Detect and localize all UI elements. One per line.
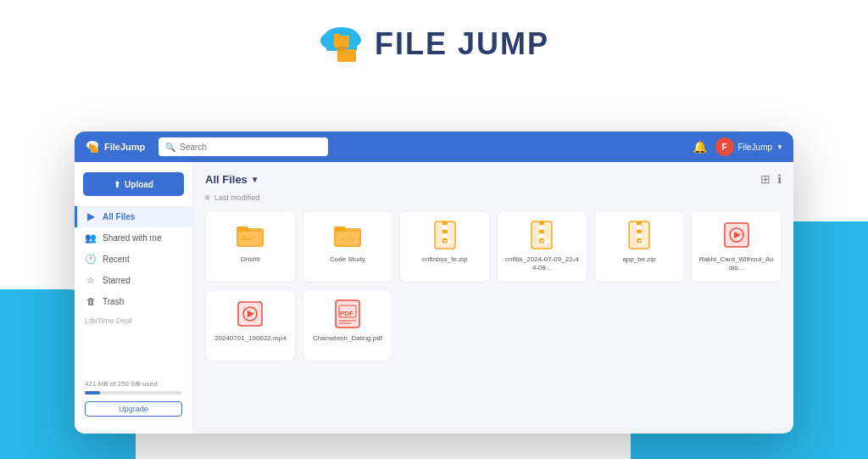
zip-icon: ZIP xyxy=(430,220,460,250)
search-input[interactable] xyxy=(180,143,321,152)
svg-text:ZIP: ZIP xyxy=(443,239,453,245)
svg-rect-37 xyxy=(637,221,642,225)
shared-icon: 👥 xyxy=(85,232,97,243)
file-name-drishti: Drishti xyxy=(241,255,260,264)
trash-icon: 🗑 xyxy=(85,296,97,306)
user-name-label: FileJump xyxy=(738,143,773,152)
file-card-drishti[interactable]: Drishti xyxy=(205,210,296,283)
sidebar-item-recent[interactable]: 🕐 Recent xyxy=(75,249,192,270)
svg-text:PDF: PDF xyxy=(340,310,353,317)
svg-rect-30 xyxy=(539,221,544,225)
starred-icon: ☆ xyxy=(85,275,97,286)
sidebar-item-shared[interactable]: 👥 Shared with me xyxy=(75,227,192,249)
svg-rect-38 xyxy=(637,226,642,229)
content-actions: ⊞ ℹ xyxy=(760,172,782,186)
chevron-down-icon: ▼ xyxy=(776,143,783,151)
svg-rect-31 xyxy=(539,226,544,229)
sidebar-item-all-files[interactable]: ▶ All Files xyxy=(75,206,192,227)
user-menu[interactable]: F FileJump ▼ xyxy=(715,137,784,156)
sidebar-item-trash[interactable]: 🗑 Trash xyxy=(75,291,192,311)
zip-icon: ZIP xyxy=(624,220,654,250)
svg-rect-14 xyxy=(236,227,248,232)
svg-rect-33 xyxy=(539,234,544,238)
svg-rect-39 xyxy=(637,230,642,233)
grid-view-icon[interactable]: ⊞ xyxy=(760,172,771,186)
file-card-code-study[interactable]: </> Code Study xyxy=(303,210,393,283)
svg-rect-32 xyxy=(539,230,544,233)
video-icon xyxy=(721,220,752,250)
svg-rect-26 xyxy=(442,234,448,238)
svg-rect-6 xyxy=(337,49,356,62)
svg-rect-12 xyxy=(91,147,94,148)
svg-rect-10 xyxy=(89,144,92,146)
file-name-rakhi: Rakhi_Card_Without_Audio... xyxy=(698,255,774,273)
file-card-cnflbx[interactable]: ZIP cnflbx_2024-07-09_22-44-08... xyxy=(497,210,587,283)
sort-label: Last modified xyxy=(214,193,260,202)
sidebar-item-starred[interactable]: ☆ Starred xyxy=(75,270,192,291)
all-files-icon: ▶ xyxy=(85,211,97,222)
file-name-code-study: Code Study xyxy=(330,255,365,264)
main-layout: ⬆ Upload ▶ All Files 👥 Shared with me 🕐 … xyxy=(75,162,793,434)
file-grid: Drishti </> Code Study xyxy=(205,210,782,361)
avatar: F xyxy=(715,137,734,156)
logo-icon xyxy=(319,25,364,63)
content-header: All Files ▼ ⊞ ℹ xyxy=(205,172,782,186)
recent-icon: 🕐 xyxy=(85,254,97,265)
svg-rect-25 xyxy=(442,230,448,233)
search-icon: 🔍 xyxy=(165,143,175,152)
storage-bar xyxy=(85,391,182,395)
pdf-icon: PDF xyxy=(332,299,363,329)
dropdown-icon[interactable]: ▼ xyxy=(251,175,259,184)
content-title: All Files ▼ xyxy=(205,173,259,186)
file-card-cnfinbox[interactable]: ZIP cnfinbox_fe.zip xyxy=(399,210,490,283)
logo-area: FILE JUMP xyxy=(319,25,549,63)
folder-icon xyxy=(235,220,265,250)
file-name-chameleon-pdf: Chameleon_Dating.pdf xyxy=(313,334,382,343)
lifetime-deal-link[interactable]: LifeTime Deal xyxy=(85,316,182,325)
video-icon xyxy=(235,299,265,329)
svg-text:</>: </> xyxy=(341,235,355,243)
svg-rect-5 xyxy=(334,34,341,37)
file-name-cnflbx: cnflbx_2024-07-09_22-44-08... xyxy=(504,255,580,273)
svg-rect-24 xyxy=(442,226,448,229)
notification-bell-icon[interactable]: 🔔 xyxy=(693,140,707,154)
sort-icon: ≡ xyxy=(205,193,210,202)
file-card-app-be[interactable]: ZIP app_be.zip xyxy=(594,210,685,283)
svg-rect-4 xyxy=(334,36,349,48)
navbar-right: 🔔 F FileJump ▼ xyxy=(693,137,784,156)
file-name-app-be: app_be.zip xyxy=(622,255,655,264)
info-icon[interactable]: ℹ xyxy=(777,172,782,186)
app-window: FileJump 🔍 🔔 F FileJump ▼ ⬆ Upload xyxy=(75,132,793,434)
sidebar-bottom: 421 MB of 250 GB used Upgrade xyxy=(75,373,192,423)
upload-icon: ⬆ xyxy=(114,180,120,189)
svg-rect-7 xyxy=(337,47,346,51)
svg-text:ZIP: ZIP xyxy=(637,239,647,245)
navbar-brand: FileJump xyxy=(85,139,145,154)
svg-rect-19 xyxy=(334,227,346,232)
navbar-logo-icon xyxy=(85,139,100,154)
upload-button[interactable]: ⬆ Upload xyxy=(83,172,184,196)
content-area: All Files ▼ ⊞ ℹ ≡ Last modified xyxy=(193,162,793,434)
app-title: FILE JUMP xyxy=(375,26,549,62)
folder-icon: </> xyxy=(332,220,363,250)
sort-bar[interactable]: ≡ Last modified xyxy=(205,193,782,202)
navbar-brand-label: FileJump xyxy=(104,142,145,152)
svg-rect-15 xyxy=(238,232,262,245)
svg-text:ZIP: ZIP xyxy=(540,239,549,245)
file-card-video-jul[interactable]: 20240701_100622.mp4 xyxy=(205,289,296,361)
svg-rect-23 xyxy=(442,221,448,225)
sidebar: ⬆ Upload ▶ All Files 👥 Shared with me 🕐 … xyxy=(75,162,193,434)
zip-icon: ZIP xyxy=(526,220,557,250)
search-box[interactable]: 🔍 xyxy=(159,137,328,156)
navbar: FileJump 🔍 🔔 F FileJump ▼ xyxy=(75,132,793,162)
storage-label: 421 MB of 250 GB used xyxy=(85,380,182,388)
upgrade-button[interactable]: Upgrade xyxy=(85,401,182,417)
svg-rect-40 xyxy=(637,234,642,238)
file-name-cnfinbox: cnfinbox_fe.zip xyxy=(422,255,467,264)
storage-fill xyxy=(85,391,100,395)
file-card-chameleon-pdf[interactable]: PDF Chameleon_Dating.pdf xyxy=(303,289,393,361)
svg-rect-11 xyxy=(91,148,98,153)
file-card-rakhi[interactable]: Rakhi_Card_Without_Audio... xyxy=(691,210,782,283)
file-name-video-jul: 20240701_100622.mp4 xyxy=(214,334,287,343)
